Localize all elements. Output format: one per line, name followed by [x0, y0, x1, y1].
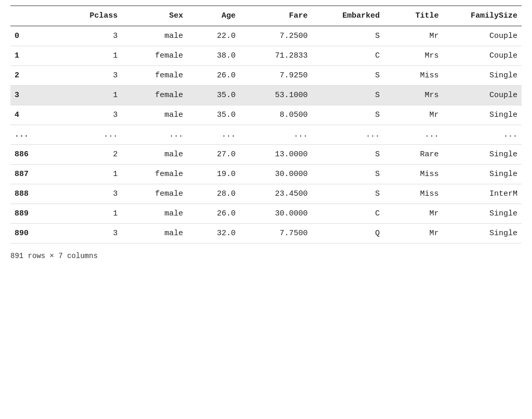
row-cell: Miss: [384, 66, 443, 86]
table-row: 11female38.071.2833CMrsCouple: [10, 46, 522, 66]
row-cell: 3: [63, 184, 122, 204]
row-cell: 71.2833: [240, 46, 312, 66]
row-cell: 3: [63, 66, 122, 86]
table-row: 8883female28.023.4500SMissInterM: [10, 184, 522, 204]
row-cell: S: [312, 165, 384, 184]
row-cell: male: [122, 105, 187, 125]
row-cell: 7.9250: [240, 66, 312, 86]
row-cell: 1: [63, 165, 122, 184]
row-cell: ...: [312, 125, 384, 145]
row-cell: S: [312, 105, 384, 125]
row-cell: ...: [188, 125, 240, 145]
row-cell: 7.2500: [240, 26, 312, 46]
row-index: 886: [10, 145, 63, 165]
col-header-familysize: FamilySize: [443, 6, 522, 26]
table-row: 8871female19.030.0000SMissSingle: [10, 165, 522, 184]
row-index: 3: [10, 86, 63, 105]
row-cell: 26.0: [188, 66, 240, 86]
row-cell: 8.0500: [240, 105, 312, 125]
row-cell: 1: [63, 46, 122, 66]
row-cell: S: [312, 66, 384, 86]
row-cell: Mr: [384, 204, 443, 224]
row-cell: Couple: [443, 46, 522, 66]
row-cell: female: [122, 46, 187, 66]
row-cell: ...: [240, 125, 312, 145]
col-header-title: Title: [384, 6, 443, 26]
row-cell: Couple: [443, 26, 522, 46]
col-header-age: Age: [188, 6, 240, 26]
row-index: ...: [10, 125, 63, 145]
table-row: 31female35.053.1000SMrsCouple: [10, 86, 522, 105]
table-row: 03male22.07.2500SMrCouple: [10, 26, 522, 46]
row-cell: 30.0000: [240, 204, 312, 224]
row-cell: Mr: [384, 26, 443, 46]
row-cell: Q: [312, 224, 384, 244]
row-cell: Single: [443, 145, 522, 165]
row-cell: female: [122, 184, 187, 204]
row-cell: Single: [443, 224, 522, 244]
table-row: ........................: [10, 125, 522, 145]
row-cell: Miss: [384, 184, 443, 204]
row-cell: Couple: [443, 86, 522, 105]
row-cell: 38.0: [188, 46, 240, 66]
row-cell: female: [122, 165, 187, 184]
col-header-index: [10, 6, 63, 26]
row-cell: Single: [443, 165, 522, 184]
row-cell: Single: [443, 66, 522, 86]
row-cell: C: [312, 46, 384, 66]
col-header-fare: Fare: [240, 6, 312, 26]
row-cell: 13.0000: [240, 145, 312, 165]
row-cell: S: [312, 86, 384, 105]
table-row: 8903male32.07.7500QMrSingle: [10, 224, 522, 244]
col-header-pclass: Pclass: [63, 6, 122, 26]
table-row: 43male35.08.0500SMrSingle: [10, 105, 522, 125]
row-cell: female: [122, 66, 187, 86]
table-row: 23female26.07.9250SMissSingle: [10, 66, 522, 86]
table-footer: 891 rows × 7 columns: [10, 252, 522, 260]
row-index: 889: [10, 204, 63, 224]
row-index: 0: [10, 26, 63, 46]
col-header-sex: Sex: [122, 6, 187, 26]
row-cell: 53.1000: [240, 86, 312, 105]
row-index: 2: [10, 66, 63, 86]
row-index: 1: [10, 46, 63, 66]
row-cell: 2: [63, 145, 122, 165]
row-cell: 35.0: [188, 105, 240, 125]
row-cell: Rare: [384, 145, 443, 165]
row-cell: Single: [443, 204, 522, 224]
row-cell: Mr: [384, 105, 443, 125]
row-cell: InterM: [443, 184, 522, 204]
row-cell: 35.0: [188, 86, 240, 105]
row-cell: male: [122, 145, 187, 165]
row-cell: 1: [63, 204, 122, 224]
row-cell: 28.0: [188, 184, 240, 204]
row-cell: male: [122, 224, 187, 244]
table-row: 8891male26.030.0000CMrSingle: [10, 204, 522, 224]
row-cell: 3: [63, 224, 122, 244]
row-cell: ...: [122, 125, 187, 145]
row-cell: S: [312, 26, 384, 46]
row-cell: C: [312, 204, 384, 224]
row-cell: 32.0: [188, 224, 240, 244]
row-cell: 30.0000: [240, 165, 312, 184]
table-row: 8862male27.013.0000SRareSingle: [10, 145, 522, 165]
row-cell: Mr: [384, 224, 443, 244]
row-cell: 27.0: [188, 145, 240, 165]
row-cell: ...: [63, 125, 122, 145]
table-header-row: Pclass Sex Age Fare Embarked Title Famil…: [10, 6, 522, 26]
row-cell: male: [122, 26, 187, 46]
row-cell: 26.0: [188, 204, 240, 224]
row-cell: female: [122, 86, 187, 105]
row-cell: S: [312, 145, 384, 165]
table-container: Pclass Sex Age Fare Embarked Title Famil…: [0, 0, 532, 271]
row-cell: male: [122, 204, 187, 224]
row-cell: Miss: [384, 165, 443, 184]
row-cell: 23.4500: [240, 184, 312, 204]
data-table: Pclass Sex Age Fare Embarked Title Famil…: [10, 5, 522, 244]
row-cell: 22.0: [188, 26, 240, 46]
row-cell: ...: [384, 125, 443, 145]
row-index: 4: [10, 105, 63, 125]
row-cell: 19.0: [188, 165, 240, 184]
row-cell: 3: [63, 105, 122, 125]
row-index: 890: [10, 224, 63, 244]
